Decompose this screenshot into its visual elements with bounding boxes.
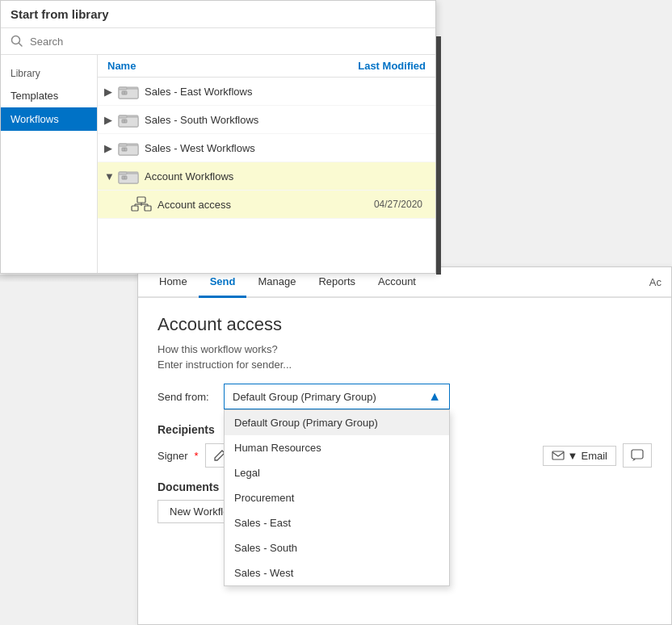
email-label: Email <box>581 450 607 462</box>
folder-icon <box>117 111 140 128</box>
svg-rect-29 <box>552 451 564 459</box>
dropdown-option[interactable]: Default Group (Primary Group) <box>225 410 449 435</box>
row-label: Account Workflows <box>145 170 429 182</box>
workflow-desc-line2: Enter instruction for sender... <box>158 359 652 371</box>
list-item[interactable]: ▼ Account Workflows <box>98 162 435 191</box>
library-body: Library Templates Workflows Name Last Mo… <box>1 55 435 273</box>
row-label: Sales - East Workflows <box>145 86 429 98</box>
workflow-icon <box>130 195 153 213</box>
send-from-label: Send from: <box>158 391 214 403</box>
svg-rect-14 <box>119 144 127 146</box>
email-button[interactable]: ▼ Email <box>543 446 616 466</box>
chevron-right-icon: ▶ <box>104 114 117 126</box>
svg-rect-4 <box>119 87 127 90</box>
dropdown-option[interactable]: Sales - West <box>225 560 449 585</box>
nav-more: Ac <box>649 276 662 288</box>
column-last-modified: Last Modified <box>358 60 426 72</box>
sidebar-item-templates[interactable]: Templates <box>1 84 97 107</box>
row-label: Account access <box>158 199 374 211</box>
chevron-right-icon: ▶ <box>104 142 117 154</box>
svg-rect-22 <box>137 197 145 203</box>
signer-label: Signer <box>158 450 188 462</box>
dropdown-option[interactable]: Procurement <box>225 485 449 510</box>
chevron-down-icon: ▼ <box>568 450 578 462</box>
library-panel: Start from library Library Templates Wor… <box>0 0 436 274</box>
folder-icon <box>117 82 140 100</box>
dropdown-trigger[interactable]: Default Group (Primary Group) ▲ <box>224 384 450 409</box>
list-item[interactable]: ▶ Sales - West Workflows <box>98 134 435 162</box>
folder-icon <box>117 167 140 185</box>
content-body: Account access How this workflow works? … <box>138 298 671 539</box>
send-from-dropdown[interactable]: Default Group (Primary Group) ▲ Default … <box>224 384 450 409</box>
row-label: Sales - South Workflows <box>145 114 429 126</box>
shadow-bar <box>0 275 141 283</box>
send-from-row: Send from: Default Group (Primary Group)… <box>158 384 652 409</box>
list-item[interactable]: Account access 04/27/2020 <box>98 191 435 219</box>
column-name: Name <box>107 60 136 72</box>
list-item[interactable]: ▶ Sales - East Workflows <box>98 78 435 106</box>
required-indicator: * <box>195 450 199 462</box>
workflow-desc-line1: How this workflow works? <box>158 343 652 355</box>
chat-button[interactable] <box>623 443 652 468</box>
dropdown-selected-value: Default Group (Primary Group) <box>233 391 376 403</box>
chat-icon <box>631 449 644 462</box>
page-title: Account access <box>158 314 652 335</box>
search-bar <box>1 28 435 55</box>
vertical-divider <box>436 36 441 275</box>
library-title: Start from library <box>10 7 109 21</box>
folder-icon <box>117 139 140 157</box>
sidebar: Library Templates Workflows <box>1 55 98 273</box>
svg-rect-19 <box>119 172 127 174</box>
svg-line-1 <box>19 44 23 47</box>
search-icon <box>10 35 23 48</box>
search-input[interactable] <box>30 36 426 48</box>
row-label: Sales - West Workflows <box>145 142 429 154</box>
chevron-down-icon: ▼ <box>104 170 117 182</box>
svg-rect-30 <box>632 450 643 459</box>
list-item[interactable]: ▶ Sales - South Workflows <box>98 106 435 134</box>
content-area: Name Last Modified ▶ Sales - East Workfl… <box>98 55 435 273</box>
table-header: Name Last Modified <box>98 55 435 78</box>
svg-rect-24 <box>132 206 138 211</box>
sidebar-item-workflows[interactable]: Workflows <box>1 107 97 131</box>
chevron-right-icon: ▶ <box>104 86 117 98</box>
row-date: 04/27/2020 <box>374 199 429 210</box>
main-content-area: Home Send Manage Reports Account Ac Acco… <box>137 266 672 625</box>
dropdown-option[interactable]: Legal <box>225 460 449 485</box>
email-icon <box>552 451 565 460</box>
dropdown-option[interactable]: Sales - East <box>225 510 449 535</box>
svg-rect-25 <box>145 206 151 211</box>
library-header: Start from library <box>1 1 435 28</box>
sidebar-section-label: Library <box>1 63 97 84</box>
dropdown-option[interactable]: Human Resources <box>225 435 449 460</box>
svg-rect-9 <box>119 115 127 118</box>
dropdown-option[interactable]: Sales - South <box>225 535 449 560</box>
dropdown-menu: Default Group (Primary Group) Human Reso… <box>224 409 450 586</box>
chevron-up-icon: ▲ <box>428 389 441 404</box>
